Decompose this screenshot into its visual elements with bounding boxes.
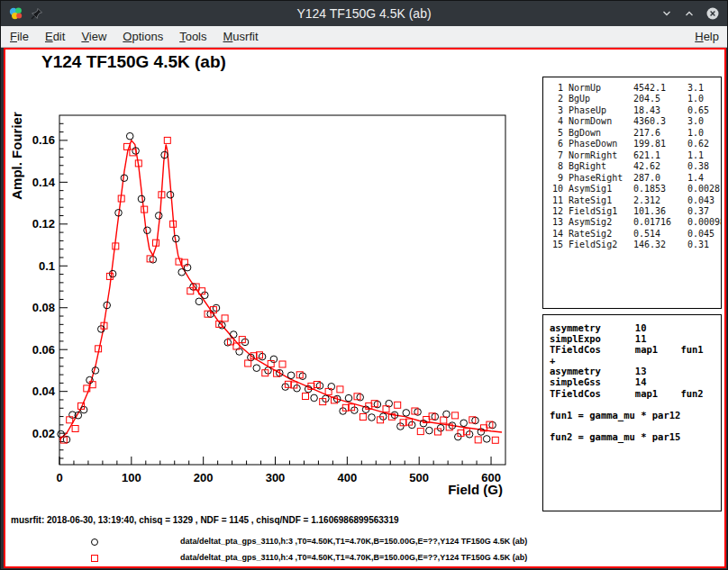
x-tick-label: 500 [409, 471, 429, 484]
root-canvas[interactable]: Y124 TF150G 4.5K (ab) 010020030040050060… [4, 48, 726, 568]
theory-line: fun2 = gamma_mu * par15 [550, 431, 721, 442]
param-number: 2 [547, 94, 563, 104]
param-value: 204.5 [633, 94, 682, 104]
param-error: 0.37 [687, 206, 721, 217]
data-point-square [303, 394, 309, 400]
menu-musrfit[interactable]: Musrfit [215, 26, 267, 47]
musrview-window: Y124 TF150G 4.5K (ab) FileEditViewOption… [0, 0, 728, 570]
pin-icon[interactable] [30, 7, 43, 21]
theory-line: fun1 = gamma_mu * par12 [550, 410, 721, 421]
param-error: 1.0 [687, 128, 721, 139]
theory-line: TFieldCos map1 fun1 [550, 344, 721, 355]
window-controls [660, 6, 720, 21]
menu-edit[interactable]: Edit [37, 26, 73, 47]
param-number: 9 [547, 173, 563, 184]
data-point-square [222, 315, 228, 321]
data-point-square [72, 426, 78, 432]
data-point-square [492, 437, 498, 443]
data-point-circle [369, 414, 376, 421]
data-point-circle [287, 372, 295, 379]
fit-stats-line: musrfit: 2018-06-30, 13:19:40, chisq = 1… [11, 515, 399, 525]
param-error: 0.62 [687, 139, 721, 149]
data-point-square [279, 361, 286, 367]
data-point-circle [155, 213, 162, 220]
x-tick-label: 100 [122, 471, 141, 484]
theory-line: asymmetry 10 [550, 322, 721, 333]
x-tick-label: 400 [338, 471, 358, 484]
param-value: 42.62 [633, 161, 682, 172]
y-tick-label: 0.02 [32, 427, 55, 440]
param-name: PhaseRight [569, 173, 628, 184]
y-tick-label: 0.04 [32, 385, 56, 398]
app-icon[interactable] [8, 5, 24, 22]
data-point-circle [196, 298, 203, 305]
minimize-button[interactable] [660, 7, 673, 20]
menubar: FileEditViewOptionsToolsMusrfitHelp [1, 26, 727, 48]
axes: 01002003004005006000.020.040.060.080.10.… [9, 112, 505, 497]
x-axis-title: Field (G) [448, 482, 503, 497]
data-point-circle [311, 394, 318, 402]
param-value: 0.514 [633, 229, 682, 240]
data-point-square [359, 414, 366, 421]
param-error: 0.00098 [687, 217, 722, 228]
param-number: 15 [547, 240, 563, 250]
menu-tools[interactable]: Tools [171, 26, 214, 47]
param-name: NormDown [569, 116, 628, 127]
data-point-circle [138, 195, 145, 203]
param-value: 146.32 [633, 240, 682, 250]
data-point-circle [460, 420, 468, 427]
param-row: 9PhaseRight287.01.4 [547, 173, 721, 184]
data-point-square [67, 417, 73, 423]
data-point-circle [230, 331, 237, 339]
close-button[interactable] [705, 6, 720, 21]
legend: data/deltat_pta_gps_3110,h:3 ,T0=4.50K,T… [5, 534, 546, 566]
legend-marker-square [91, 555, 98, 562]
legend-label: data/deltat_pta_gps_3110,h:4 ,T0=4.50K,T… [180, 553, 527, 562]
data-point-circle [426, 427, 433, 434]
param-error: 1.4 [687, 173, 721, 184]
param-number: 3 [547, 105, 563, 116]
titlebar[interactable]: Y124 TF150G 4.5K (ab) [1, 1, 727, 26]
data-point-circle [483, 436, 490, 443]
data-point-square [337, 386, 343, 393]
param-value: 0.01716 [633, 217, 682, 228]
param-number: 4 [547, 116, 563, 127]
data-point-square [153, 240, 159, 246]
menu-file[interactable]: File [2, 26, 37, 47]
y-tick-label: 0.16 [32, 133, 55, 147]
maximize-button[interactable] [683, 7, 696, 20]
param-value: 199.81 [633, 139, 682, 149]
param-value: 2.312 [633, 195, 682, 206]
fit-curve [59, 140, 502, 439]
y-tick-label: 0.12 [32, 217, 55, 231]
param-error: 1.0 [687, 94, 721, 104]
theory-line: simplExpo 11 [550, 333, 721, 344]
theory-line: asymmetry 13 [550, 366, 721, 376]
legend-entry: data/deltat_pta_gps_3110,h:4 ,T0=4.50K,T… [5, 550, 546, 566]
data-point-circle [144, 227, 151, 234]
param-error: 1.1 [687, 150, 721, 161]
param-name: RateSig1 [569, 195, 628, 206]
menu-options[interactable]: Options [114, 26, 171, 47]
param-number: 5 [547, 128, 563, 139]
param-row: 10AsymSig10.18530.0028 [547, 184, 721, 195]
menu-view[interactable]: View [73, 26, 114, 47]
theory-line [550, 421, 721, 431]
menu-help[interactable]: Help [687, 26, 727, 47]
data-point-square [452, 412, 459, 419]
fit-curve-line [59, 140, 502, 439]
data-point-circle [178, 269, 186, 276]
param-number: 14 [547, 229, 563, 240]
plot-area[interactable]: 01002003004005006000.020.040.060.080.10.… [5, 50, 539, 511]
param-error: 0.31 [687, 240, 721, 250]
parameter-box: 1NormUp4542.13.12BgUp204.51.03PhaseUp18.… [542, 77, 722, 309]
param-row: 5BgDown217.61.0 [547, 128, 721, 139]
param-value: 287.0 [633, 173, 682, 184]
param-row: 2BgUp204.51.0 [547, 94, 721, 104]
param-error: 0.045 [687, 229, 721, 240]
param-number: 10 [547, 184, 563, 195]
param-number: 11 [547, 195, 563, 206]
param-name: AsymSig2 [569, 217, 628, 228]
x-tick-label: 200 [194, 471, 214, 484]
param-row: 14RateSig20.5140.045 [547, 229, 721, 240]
